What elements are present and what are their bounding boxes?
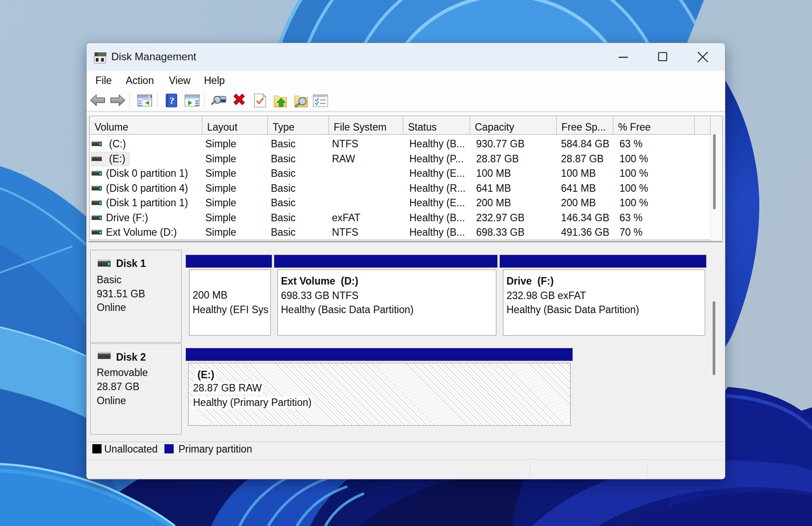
svg-text:?: ? xyxy=(170,95,175,106)
